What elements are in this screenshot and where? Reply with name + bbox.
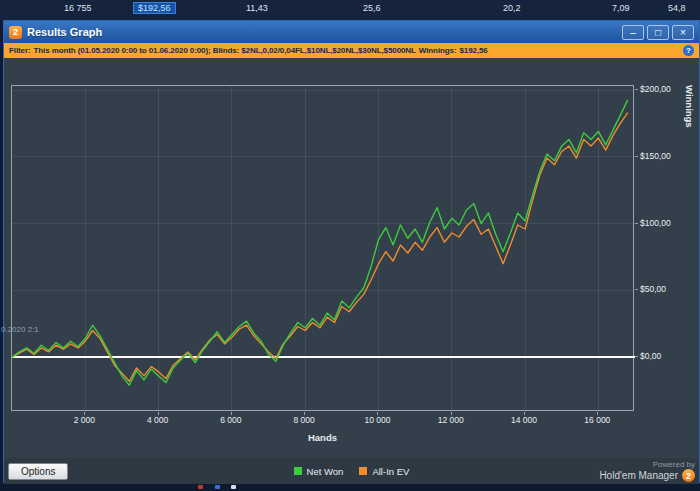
window-title: Results Graph: [27, 26, 102, 38]
legend-item: Net Won: [294, 466, 344, 477]
stats-cell[interactable]: 16 755: [64, 3, 92, 13]
all-in-ev-line: [12, 113, 628, 382]
plot-area[interactable]: [11, 85, 634, 411]
options-button[interactable]: Options: [8, 463, 68, 480]
x-axis-title: Hands: [11, 432, 634, 443]
x-tick-label: 14 000: [502, 415, 546, 425]
stats-cell[interactable]: 20,2: [503, 3, 521, 13]
winnings-value: $192,56: [460, 46, 488, 55]
powered-by-text: Powered by: [599, 460, 695, 469]
x-tick-mark: [231, 412, 232, 415]
chart-legend: Net WonAll-In EV: [4, 466, 699, 477]
chart-panel: Hands Winnings 2 0004 0006 0008 00010 00…: [4, 58, 699, 458]
close-button[interactable]: ×: [672, 25, 694, 40]
hm2-logo-icon: 2: [9, 26, 22, 39]
x-tick-label: 12 000: [429, 415, 473, 425]
y-tick-label: $50,00: [640, 284, 666, 294]
powered-by: Powered by Hold'em Manager 2: [599, 460, 695, 482]
stats-cell[interactable]: 11,43: [246, 3, 268, 13]
filter-bar: Filter: This month (01.05.2020 0:00 to 0…: [4, 43, 699, 58]
x-tick-mark: [524, 412, 525, 415]
stats-cell[interactable]: 7,09: [612, 3, 630, 13]
maximize-button[interactable]: □: [647, 25, 669, 40]
x-tick-label: 10 000: [355, 415, 399, 425]
x-tick-label: 2 000: [62, 415, 106, 425]
x-tick-mark: [377, 412, 378, 415]
y-tick-mark: [635, 223, 638, 224]
x-tick-mark: [451, 412, 452, 415]
net-won-line: [12, 100, 628, 385]
minimize-button[interactable]: –: [622, 25, 644, 40]
stats-cell[interactable]: $192,56: [133, 2, 176, 14]
x-tick-mark: [597, 412, 598, 415]
y-tick-mark: [635, 289, 638, 290]
x-tick-label: 4 000: [136, 415, 180, 425]
x-tick-label: 6 000: [209, 415, 253, 425]
filter-value: This month (01.05.2020 0:00 to 01.06.202…: [34, 46, 416, 55]
results-graph-plot[interactable]: [12, 86, 635, 412]
background-stats-row: 16 755$192,5611,4325,620,27,0954,8: [0, 0, 700, 20]
y-tick-label: $100,00: [640, 218, 671, 228]
x-tick-mark: [304, 412, 305, 415]
y-tick-label: $0,00: [640, 351, 661, 361]
window-controls: – □ ×: [622, 25, 694, 40]
help-icon[interactable]: ?: [683, 45, 694, 56]
window-titlebar[interactable]: 2 Results Graph – □ ×: [4, 21, 699, 43]
background-bottom-strip: [0, 483, 700, 491]
legend-label: All-In EV: [372, 466, 409, 477]
y-tick-mark: [635, 156, 638, 157]
results-graph-window: 2 Results Graph – □ × Filter: This month…: [3, 20, 700, 483]
winnings-label: Winnings:: [419, 46, 457, 55]
filter-label: Filter:: [9, 46, 31, 55]
holdem-manager-logo-icon: 2: [682, 469, 695, 482]
stats-cell[interactable]: 54,8: [668, 3, 686, 13]
background-artifact-text: 0.2020 2:1: [1, 325, 39, 334]
holdem-manager-text: Hold'em Manager: [599, 470, 678, 481]
background-fragment: [231, 485, 236, 489]
x-tick-label: 16 000: [575, 415, 619, 425]
x-tick-label: 8 000: [282, 415, 326, 425]
background-fragment: [215, 485, 220, 489]
x-tick-mark: [84, 412, 85, 415]
legend-item: All-In EV: [359, 466, 409, 477]
background-fragment: [198, 485, 203, 489]
window-bottom-bar: Options Net WonAll-In EV Powered by Hold…: [4, 458, 699, 484]
y-tick-label: $200,00: [640, 84, 671, 94]
y-tick-mark: [635, 356, 638, 357]
y-axis-title: Winnings: [684, 85, 695, 411]
x-tick-mark: [158, 412, 159, 415]
legend-swatch-icon: [294, 467, 302, 475]
legend-label: Net Won: [307, 466, 344, 477]
y-tick-mark: [635, 89, 638, 90]
y-tick-label: $150,00: [640, 151, 671, 161]
stats-cell[interactable]: 25,6: [363, 3, 381, 13]
legend-swatch-icon: [359, 467, 367, 475]
